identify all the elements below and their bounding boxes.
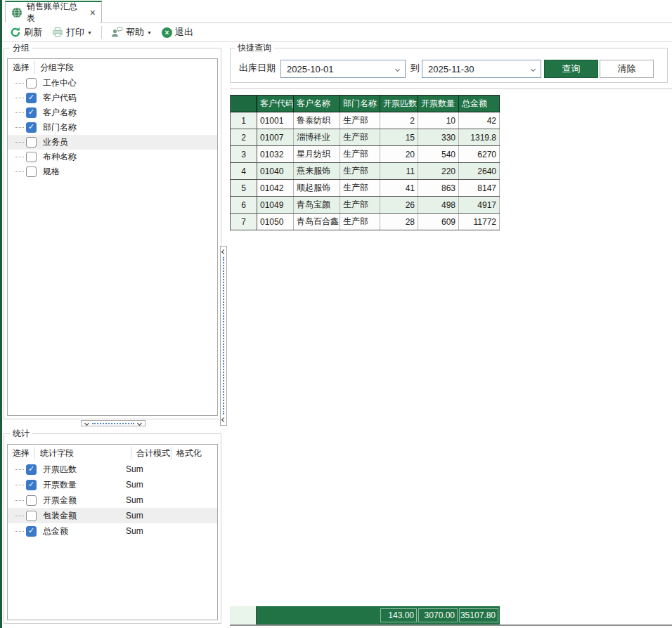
table-row[interactable]: 4 01040 燕来服饰 生产部 11 220 2640 <box>231 163 500 180</box>
window-edge-strip <box>0 0 2 628</box>
grid-header-customer-code[interactable]: 客户代码 <box>257 96 294 112</box>
group-item-customer-code[interactable]: 客户代码 <box>8 91 217 105</box>
date-from-combo[interactable]: 2025-10-01 <box>280 60 406 78</box>
to-label: 到 <box>411 62 420 74</box>
cell-amount: 1319.8 <box>459 129 500 145</box>
stats-field-list: 选择 统计字段 合计模式 格式化 开票匹数 Sum 开票数量 Sum <box>7 444 218 620</box>
clear-button[interactable]: 清除 <box>600 60 654 78</box>
toolbar-separator <box>101 26 102 39</box>
group-item-spec[interactable]: 规格 <box>8 164 217 179</box>
group-item-label: 工作中心 <box>43 77 77 89</box>
cell-department: 生产部 <box>340 146 380 162</box>
stats-item-label: 开票数量 <box>43 479 126 491</box>
stats-item-label: 开票匹数 <box>43 464 126 476</box>
tab-close-icon[interactable]: × <box>90 8 96 18</box>
vertical-splitter[interactable] <box>220 246 227 426</box>
cell-pieces: 15 <box>380 129 418 145</box>
cell-pieces: 20 <box>380 146 418 162</box>
stats-item-mode: Sum <box>126 464 168 474</box>
tree-connector <box>15 500 24 501</box>
refresh-icon <box>10 27 21 38</box>
stats-item-mode: Sum <box>126 511 168 521</box>
group-item-label: 规格 <box>43 166 60 178</box>
refresh-button[interactable]: 刷新 <box>6 25 46 40</box>
cell-department: 生产部 <box>340 112 380 129</box>
cell-department: 生产部 <box>340 214 380 230</box>
tree-connector <box>15 112 24 113</box>
tree-connector <box>15 516 24 516</box>
checkbox[interactable] <box>26 166 37 177</box>
checkbox[interactable] <box>26 122 37 133</box>
app-window: 销售账单汇总表 × 刷新 打印 ▼ <box>0 0 672 628</box>
row-number: 2 <box>231 129 257 145</box>
checkbox[interactable] <box>26 480 37 490</box>
checkbox[interactable] <box>26 152 37 162</box>
group-item-department[interactable]: 部门名称 <box>8 120 217 135</box>
checkbox[interactable] <box>26 495 37 506</box>
stats-item-invoice-amount[interactable]: 开票金额 Sum <box>8 492 217 508</box>
tree-connector <box>15 485 24 485</box>
stats-list-header: 选择 统计字段 合计模式 格式化 <box>8 445 217 462</box>
toolbar: 刷新 打印 ▼ 帮助 <box>2 23 672 42</box>
row-number: 1 <box>231 112 257 129</box>
cell-customer-name: 燕来服饰 <box>294 163 340 179</box>
group-item-workcenter[interactable]: 工作中心 <box>8 76 217 91</box>
chevron-down-icon <box>84 421 89 426</box>
checkbox[interactable] <box>26 107 37 118</box>
table-row[interactable]: 2 01007 淄博祥业 生产部 15 330 1319.8 <box>231 129 500 146</box>
stats-item-invoice-qty[interactable]: 开票数量 Sum <box>8 477 217 492</box>
stats-item-packing-amount[interactable]: 包装金额 Sum <box>8 508 217 523</box>
help-label: 帮助 <box>126 26 144 39</box>
checkbox[interactable] <box>26 511 37 521</box>
tab-bar: 销售账单汇总表 × <box>2 0 672 22</box>
exit-button[interactable]: × 退出 <box>158 25 197 40</box>
stats-item-total-amount[interactable]: 总金额 Sum <box>8 523 217 539</box>
table-row[interactable]: 1 01001 鲁泰纺织 生产部 2 10 42 <box>231 112 500 129</box>
group-item-label: 布种名称 <box>43 151 77 163</box>
group-item-salesperson[interactable]: 业务员 <box>8 135 217 150</box>
group-panel: 分组 选择 分组字段 工作中心 客户代码 客户名称 <box>4 48 221 419</box>
grid-header-pieces[interactable]: 开票匹数 <box>380 96 418 112</box>
checkbox[interactable] <box>26 464 37 475</box>
table-row[interactable]: 7 01050 青岛百合鑫 生产部 28 609 11772 <box>231 214 500 230</box>
horizontal-splitter[interactable] <box>81 420 146 426</box>
checkbox[interactable] <box>26 526 37 537</box>
group-col-field: 分组字段 <box>35 62 74 74</box>
cell-qty: 330 <box>418 129 459 145</box>
chevron-left-icon <box>221 249 226 254</box>
grid-header-customer-name[interactable]: 客户名称 <box>294 96 340 112</box>
tab-sales-summary[interactable]: 销售账单汇总表 × <box>5 1 102 22</box>
stats-item-invoice-pieces[interactable]: 开票匹数 Sum <box>8 462 217 477</box>
grid-header-qty[interactable]: 开票数量 <box>418 96 459 112</box>
stats-item-mode: Sum <box>126 480 168 490</box>
grid-header-department[interactable]: 部门名称 <box>340 96 380 112</box>
group-item-customer-name[interactable]: 客户名称 <box>8 105 217 120</box>
cell-department: 生产部 <box>340 180 380 196</box>
print-button[interactable]: 打印 ▼ <box>49 25 96 40</box>
cell-customer-name: 青岛宝颜 <box>294 197 340 213</box>
stats-panel: 统计 选择 统计字段 合计模式 格式化 开票匹数 Sum 开票数量 <box>4 433 221 624</box>
refresh-label: 刷新 <box>24 26 42 39</box>
cell-customer-code: 01001 <box>257 112 294 129</box>
table-row[interactable]: 5 01042 顺起服饰 生产部 41 863 8147 <box>231 180 500 197</box>
checkbox[interactable] <box>26 93 37 103</box>
checkbox[interactable] <box>26 78 37 89</box>
table-row[interactable]: 3 01032 星月纺织 生产部 20 540 6270 <box>231 146 500 163</box>
checkbox[interactable] <box>26 137 37 148</box>
date-to-combo[interactable]: 2025-11-30 <box>422 60 541 78</box>
total-qty: 3070.00 <box>418 608 458 622</box>
outbound-date-label: 出库日期 <box>239 62 276 74</box>
cell-pieces: 28 <box>380 214 418 230</box>
cell-amount: 6270 <box>459 146 500 162</box>
chevron-down-icon <box>137 421 142 426</box>
help-button[interactable]: 帮助 ▼ <box>108 25 155 40</box>
query-button[interactable]: 查询 <box>544 60 598 78</box>
cell-customer-code: 01032 <box>257 146 294 162</box>
cell-amount: 4917 <box>459 197 500 213</box>
group-item-fabric-name[interactable]: 布种名称 <box>8 150 217 164</box>
exit-label: 退出 <box>175 26 193 39</box>
quick-query-title: 快捷查询 <box>235 42 274 54</box>
table-row[interactable]: 6 01049 青岛宝颜 生产部 26 498 4917 <box>231 197 500 214</box>
stats-col-mode: 合计模式 <box>131 447 171 459</box>
grid-header-amount[interactable]: 总金额 <box>459 96 500 112</box>
